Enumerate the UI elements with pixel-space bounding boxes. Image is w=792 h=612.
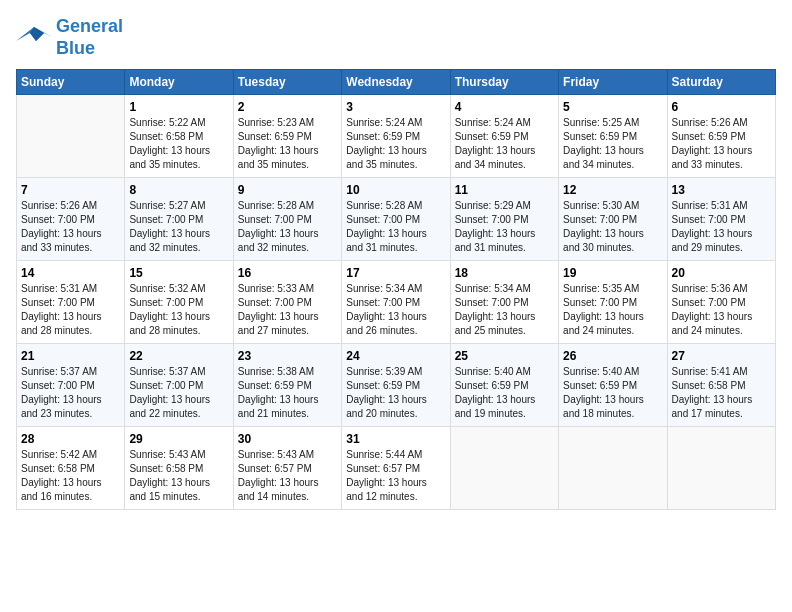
day-info: Sunrise: 5:28 AMSunset: 7:00 PMDaylight:… (238, 199, 337, 255)
day-number: 3 (346, 100, 445, 114)
calendar-day-cell: 7Sunrise: 5:26 AMSunset: 7:00 PMDaylight… (17, 178, 125, 261)
day-info: Sunrise: 5:31 AMSunset: 7:00 PMDaylight:… (21, 282, 120, 338)
calendar-day-cell: 24Sunrise: 5:39 AMSunset: 6:59 PMDayligh… (342, 344, 450, 427)
calendar-day-cell: 20Sunrise: 5:36 AMSunset: 7:00 PMDayligh… (667, 261, 775, 344)
logo-icon (16, 23, 52, 53)
calendar-day-cell: 10Sunrise: 5:28 AMSunset: 7:00 PMDayligh… (342, 178, 450, 261)
calendar-day-cell: 2Sunrise: 5:23 AMSunset: 6:59 PMDaylight… (233, 95, 341, 178)
day-info: Sunrise: 5:32 AMSunset: 7:00 PMDaylight:… (129, 282, 228, 338)
day-number: 29 (129, 432, 228, 446)
weekday-header-row: SundayMondayTuesdayWednesdayThursdayFrid… (17, 70, 776, 95)
calendar-week-row: 1Sunrise: 5:22 AMSunset: 6:58 PMDaylight… (17, 95, 776, 178)
day-number: 9 (238, 183, 337, 197)
calendar-day-cell: 21Sunrise: 5:37 AMSunset: 7:00 PMDayligh… (17, 344, 125, 427)
day-info: Sunrise: 5:30 AMSunset: 7:00 PMDaylight:… (563, 199, 662, 255)
day-number: 31 (346, 432, 445, 446)
calendar-day-cell: 18Sunrise: 5:34 AMSunset: 7:00 PMDayligh… (450, 261, 558, 344)
day-number: 28 (21, 432, 120, 446)
calendar-day-cell: 8Sunrise: 5:27 AMSunset: 7:00 PMDaylight… (125, 178, 233, 261)
day-number: 22 (129, 349, 228, 363)
calendar-day-cell: 28Sunrise: 5:42 AMSunset: 6:58 PMDayligh… (17, 427, 125, 510)
day-number: 11 (455, 183, 554, 197)
weekday-header-cell: Thursday (450, 70, 558, 95)
day-info: Sunrise: 5:25 AMSunset: 6:59 PMDaylight:… (563, 116, 662, 172)
calendar-table: SundayMondayTuesdayWednesdayThursdayFrid… (16, 69, 776, 510)
day-number: 10 (346, 183, 445, 197)
day-number: 19 (563, 266, 662, 280)
day-number: 24 (346, 349, 445, 363)
calendar-day-cell: 9Sunrise: 5:28 AMSunset: 7:00 PMDaylight… (233, 178, 341, 261)
calendar-day-cell: 29Sunrise: 5:43 AMSunset: 6:58 PMDayligh… (125, 427, 233, 510)
calendar-week-row: 14Sunrise: 5:31 AMSunset: 7:00 PMDayligh… (17, 261, 776, 344)
day-info: Sunrise: 5:23 AMSunset: 6:59 PMDaylight:… (238, 116, 337, 172)
day-info: Sunrise: 5:35 AMSunset: 7:00 PMDaylight:… (563, 282, 662, 338)
day-number: 1 (129, 100, 228, 114)
day-number: 14 (21, 266, 120, 280)
calendar-day-cell (17, 95, 125, 178)
calendar-day-cell: 17Sunrise: 5:34 AMSunset: 7:00 PMDayligh… (342, 261, 450, 344)
day-info: Sunrise: 5:27 AMSunset: 7:00 PMDaylight:… (129, 199, 228, 255)
day-number: 12 (563, 183, 662, 197)
calendar-day-cell: 30Sunrise: 5:43 AMSunset: 6:57 PMDayligh… (233, 427, 341, 510)
day-info: Sunrise: 5:43 AMSunset: 6:58 PMDaylight:… (129, 448, 228, 504)
calendar-day-cell: 1Sunrise: 5:22 AMSunset: 6:58 PMDaylight… (125, 95, 233, 178)
calendar-day-cell: 3Sunrise: 5:24 AMSunset: 6:59 PMDaylight… (342, 95, 450, 178)
day-number: 25 (455, 349, 554, 363)
day-info: Sunrise: 5:24 AMSunset: 6:59 PMDaylight:… (455, 116, 554, 172)
weekday-header-cell: Tuesday (233, 70, 341, 95)
day-info: Sunrise: 5:26 AMSunset: 6:59 PMDaylight:… (672, 116, 771, 172)
day-number: 26 (563, 349, 662, 363)
weekday-header-cell: Friday (559, 70, 667, 95)
day-info: Sunrise: 5:28 AMSunset: 7:00 PMDaylight:… (346, 199, 445, 255)
day-info: Sunrise: 5:41 AMSunset: 6:58 PMDaylight:… (672, 365, 771, 421)
day-info: Sunrise: 5:43 AMSunset: 6:57 PMDaylight:… (238, 448, 337, 504)
day-number: 13 (672, 183, 771, 197)
day-info: Sunrise: 5:37 AMSunset: 7:00 PMDaylight:… (129, 365, 228, 421)
calendar-day-cell: 11Sunrise: 5:29 AMSunset: 7:00 PMDayligh… (450, 178, 558, 261)
day-number: 8 (129, 183, 228, 197)
calendar-day-cell: 23Sunrise: 5:38 AMSunset: 6:59 PMDayligh… (233, 344, 341, 427)
calendar-day-cell: 22Sunrise: 5:37 AMSunset: 7:00 PMDayligh… (125, 344, 233, 427)
day-info: Sunrise: 5:37 AMSunset: 7:00 PMDaylight:… (21, 365, 120, 421)
weekday-header-cell: Wednesday (342, 70, 450, 95)
calendar-day-cell: 27Sunrise: 5:41 AMSunset: 6:58 PMDayligh… (667, 344, 775, 427)
calendar-day-cell: 15Sunrise: 5:32 AMSunset: 7:00 PMDayligh… (125, 261, 233, 344)
calendar-day-cell: 5Sunrise: 5:25 AMSunset: 6:59 PMDaylight… (559, 95, 667, 178)
calendar-week-row: 21Sunrise: 5:37 AMSunset: 7:00 PMDayligh… (17, 344, 776, 427)
day-number: 17 (346, 266, 445, 280)
day-number: 2 (238, 100, 337, 114)
logo: General Blue (16, 16, 123, 59)
calendar-day-cell: 25Sunrise: 5:40 AMSunset: 6:59 PMDayligh… (450, 344, 558, 427)
day-info: Sunrise: 5:26 AMSunset: 7:00 PMDaylight:… (21, 199, 120, 255)
calendar-day-cell: 31Sunrise: 5:44 AMSunset: 6:57 PMDayligh… (342, 427, 450, 510)
day-number: 30 (238, 432, 337, 446)
day-info: Sunrise: 5:22 AMSunset: 6:58 PMDaylight:… (129, 116, 228, 172)
day-info: Sunrise: 5:40 AMSunset: 6:59 PMDaylight:… (563, 365, 662, 421)
day-number: 7 (21, 183, 120, 197)
day-info: Sunrise: 5:31 AMSunset: 7:00 PMDaylight:… (672, 199, 771, 255)
weekday-header-cell: Saturday (667, 70, 775, 95)
day-info: Sunrise: 5:24 AMSunset: 6:59 PMDaylight:… (346, 116, 445, 172)
day-info: Sunrise: 5:38 AMSunset: 6:59 PMDaylight:… (238, 365, 337, 421)
calendar-day-cell: 4Sunrise: 5:24 AMSunset: 6:59 PMDaylight… (450, 95, 558, 178)
calendar-day-cell (559, 427, 667, 510)
day-number: 23 (238, 349, 337, 363)
day-number: 16 (238, 266, 337, 280)
calendar-week-row: 7Sunrise: 5:26 AMSunset: 7:00 PMDaylight… (17, 178, 776, 261)
day-info: Sunrise: 5:40 AMSunset: 6:59 PMDaylight:… (455, 365, 554, 421)
calendar-day-cell: 16Sunrise: 5:33 AMSunset: 7:00 PMDayligh… (233, 261, 341, 344)
calendar-week-row: 28Sunrise: 5:42 AMSunset: 6:58 PMDayligh… (17, 427, 776, 510)
weekday-header-cell: Monday (125, 70, 233, 95)
calendar-day-cell: 13Sunrise: 5:31 AMSunset: 7:00 PMDayligh… (667, 178, 775, 261)
day-info: Sunrise: 5:36 AMSunset: 7:00 PMDaylight:… (672, 282, 771, 338)
weekday-header-cell: Sunday (17, 70, 125, 95)
calendar-day-cell (450, 427, 558, 510)
day-info: Sunrise: 5:29 AMSunset: 7:00 PMDaylight:… (455, 199, 554, 255)
day-number: 27 (672, 349, 771, 363)
day-info: Sunrise: 5:34 AMSunset: 7:00 PMDaylight:… (346, 282, 445, 338)
day-number: 4 (455, 100, 554, 114)
calendar-day-cell: 6Sunrise: 5:26 AMSunset: 6:59 PMDaylight… (667, 95, 775, 178)
day-number: 5 (563, 100, 662, 114)
day-number: 18 (455, 266, 554, 280)
day-info: Sunrise: 5:42 AMSunset: 6:58 PMDaylight:… (21, 448, 120, 504)
